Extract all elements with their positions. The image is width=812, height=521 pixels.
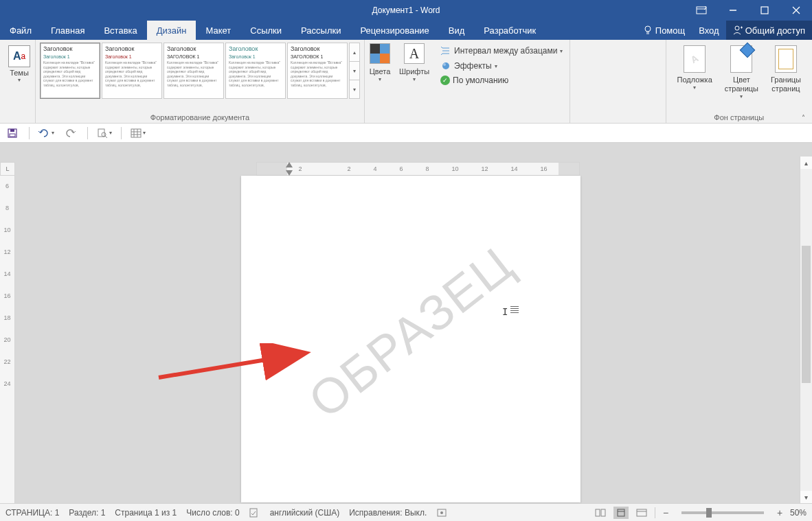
status-section[interactable]: Раздел: 1 — [69, 508, 105, 518]
vertical-scrollbar[interactable]: ▴ ▾ — [800, 157, 812, 503]
title-bar: Документ1 - Word — [0, 0, 812, 21]
document-page[interactable]: ОБРАЗЕЦ I — [241, 176, 580, 502]
watermark-button[interactable]: Подложка ▾ — [673, 43, 717, 123]
vertical-ruler[interactable]: 6 8 10 12 14 16 18 20 22 24 — [0, 176, 15, 503]
page-color-label: Цвет страницы — [725, 76, 758, 93]
redo-button[interactable] — [63, 125, 79, 141]
paragraph-spacing-label: Интервал между абзацами — [454, 46, 557, 56]
style-preview-2[interactable]: Заголовок Заголовок 1 Коллекция на вклад… — [102, 43, 162, 99]
status-track-changes[interactable]: Исправления: Выкл. — [349, 508, 427, 518]
tab-view[interactable]: Вид — [439, 21, 475, 40]
effects-label: Эффекты — [454, 61, 492, 71]
gallery-down-button[interactable]: ▾ — [350, 62, 359, 80]
scroll-down-button[interactable]: ▾ — [800, 491, 812, 503]
zoom-slider[interactable] — [681, 511, 764, 514]
zoom-in-button[interactable]: + — [775, 507, 785, 518]
watermark-label: Подложка — [677, 76, 712, 84]
zoom-out-button[interactable]: − — [661, 507, 670, 518]
gallery-up-button[interactable]: ▴ — [350, 43, 359, 62]
undo-button[interactable]: ▾ — [38, 125, 54, 141]
scroll-thumb[interactable] — [802, 246, 811, 383]
gallery-nav: ▴ ▾ ▾ — [349, 43, 360, 99]
page-color-icon — [730, 45, 752, 73]
sign-in[interactable]: Вход — [692, 21, 725, 40]
close-button[interactable] — [780, 0, 812, 21]
collapse-ribbon-button[interactable]: ˄ — [797, 113, 809, 122]
page-borders-button[interactable]: Границы страниц — [767, 43, 805, 123]
tell-me[interactable]: Помощ — [636, 21, 692, 40]
themes-icon: Aa — [8, 45, 30, 67]
paragraph-spacing-button[interactable]: Интервал между абзацами ▾ — [440, 45, 563, 56]
format-group-label: Форматирование документа — [36, 113, 364, 121]
colors-button[interactable]: Цвета ▾ — [365, 40, 395, 123]
themes-button[interactable]: Aa Темы ▾ — [4, 43, 34, 83]
status-page[interactable]: СТРАНИЦА: 1 — [5, 508, 59, 518]
set-default-button[interactable]: ✓ По умолчанию — [440, 76, 563, 85]
web-layout-button[interactable] — [634, 507, 649, 519]
page-borders-label: Границы страниц — [771, 76, 801, 93]
status-words[interactable]: Число слов: 0 — [186, 508, 239, 518]
tab-design[interactable]: Дизайн — [147, 21, 196, 40]
svg-rect-23 — [131, 129, 141, 137]
tab-insert[interactable]: Вставка — [94, 21, 146, 40]
minimize-button[interactable] — [717, 0, 749, 21]
quick-access-toolbar: ▾ ▾ ▾ — [0, 124, 812, 143]
find-button[interactable]: ▾ — [96, 125, 113, 141]
tab-file[interactable]: Файл — [0, 21, 41, 40]
tab-review[interactable]: Рецензирование — [350, 21, 438, 40]
themes-group: Aa Темы ▾ — [0, 40, 36, 123]
table-button[interactable]: ▾ — [130, 125, 146, 141]
status-macro-icon[interactable] — [436, 508, 447, 518]
page-borders-icon — [775, 45, 797, 73]
document-formatting-group: Заголовок Заголовок 1 Коллекция на вклад… — [36, 40, 365, 123]
tab-home[interactable]: Главная — [41, 21, 94, 40]
style-preview-1[interactable]: Заголовок Заголовок 1 Коллекция на вклад… — [40, 43, 100, 99]
maximize-button[interactable] — [749, 0, 780, 21]
share-label: Общий доступ — [745, 25, 805, 36]
fonts-button[interactable]: A Шрифты ▾ — [395, 40, 433, 123]
share-user-icon — [733, 25, 743, 35]
ruler-corner[interactable]: L — [0, 162, 15, 176]
svg-point-16 — [443, 63, 446, 66]
zoom-slider-thumb[interactable] — [706, 508, 712, 518]
status-proofing-icon[interactable] — [249, 508, 260, 518]
tab-layout[interactable]: Макет — [196, 21, 240, 40]
read-mode-button[interactable] — [593, 507, 608, 519]
status-page-of[interactable]: Страница 1 из 1 — [115, 508, 177, 518]
dropdown-arrow-icon: ▾ — [379, 76, 381, 82]
ribbon: Aa Темы ▾ Заголовок Заголовок 1 Коллекци… — [0, 40, 812, 124]
window-title: Документ1 - Word — [372, 5, 440, 15]
effects-icon — [440, 60, 451, 71]
tab-developer[interactable]: Разработчик — [474, 21, 545, 40]
dropdown-arrow-icon: ▾ — [693, 84, 696, 91]
style-preview-4[interactable]: Заголовок Заголовок 1 Коллекция на вклад… — [225, 43, 286, 99]
lightbulb-icon — [643, 25, 653, 35]
ribbon-options-button[interactable] — [686, 0, 717, 21]
svg-point-6 — [645, 26, 651, 32]
page-color-button[interactable]: Цвет страницы ▾ — [721, 43, 763, 123]
window-controls — [686, 0, 812, 21]
scroll-up-button[interactable]: ▴ — [800, 157, 812, 169]
svg-rect-34 — [618, 509, 624, 516]
page-background-group-label: Фон страницы — [666, 113, 812, 121]
page-background-group: Подложка ▾ Цвет страницы ▾ Границы стран… — [666, 40, 812, 123]
share-button[interactable]: Общий доступ — [726, 21, 812, 40]
themes-label: Темы — [10, 69, 29, 77]
text-cursor-icon: I — [502, 306, 508, 317]
options-column: Интервал между абзацами ▾ Эффекты ▾ ✓ По… — [433, 40, 570, 123]
status-language[interactable]: английский (США) — [270, 508, 339, 518]
tab-mailings[interactable]: Рассылки — [291, 21, 350, 40]
svg-point-9 — [735, 26, 739, 30]
tab-references[interactable]: Ссылки — [240, 21, 291, 40]
zoom-level[interactable]: 50% — [790, 508, 807, 518]
style-preview-5[interactable]: Заголовок ЗАГОЛОВОК 1 Коллекция на вклад… — [287, 43, 348, 99]
paragraph-spacing-icon — [440, 45, 451, 56]
horizontal-ruler[interactable]: 2 2 4 6 8 10 12 14 16 — [256, 162, 580, 176]
svg-rect-18 — [10, 129, 14, 132]
style-preview-3[interactable]: Заголовок ЗАГОЛОВОК 1 Коллекция на вклад… — [163, 43, 224, 99]
svg-rect-0 — [697, 7, 706, 14]
effects-button[interactable]: Эффекты ▾ — [440, 60, 563, 71]
gallery-more-button[interactable]: ▾ — [350, 80, 359, 98]
save-button[interactable] — [4, 125, 21, 141]
print-layout-button[interactable] — [613, 507, 629, 519]
